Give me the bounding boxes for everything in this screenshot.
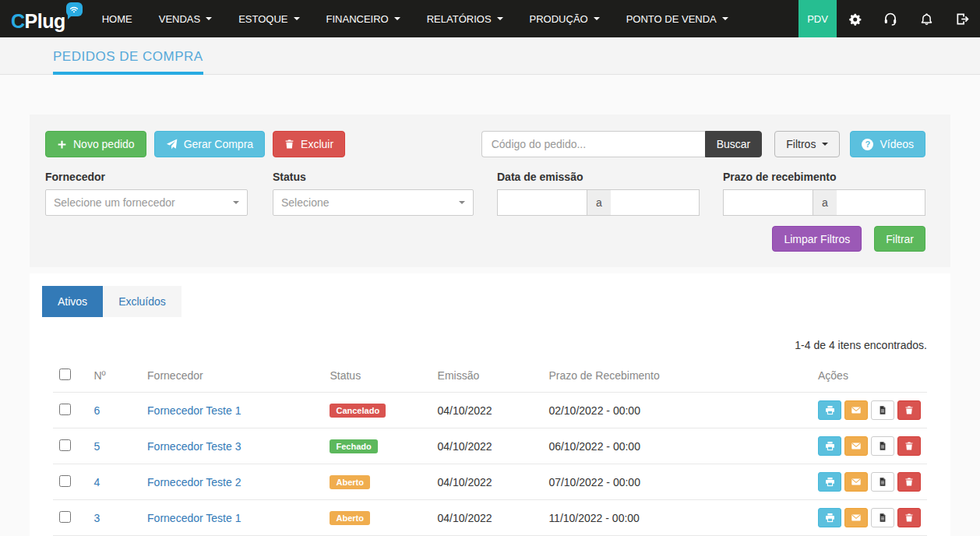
trash-icon[interactable] bbox=[897, 472, 921, 492]
page-title-strip: PEDIDOS DE COMPRA bbox=[0, 37, 980, 75]
printer-icon[interactable] bbox=[818, 472, 841, 492]
emission-date: 04/10/2022 bbox=[432, 500, 543, 536]
printer-icon[interactable] bbox=[818, 400, 841, 420]
sign-out-icon[interactable] bbox=[944, 0, 980, 37]
tab-ativos[interactable]: Ativos bbox=[42, 286, 103, 317]
status-badge: Cancelado bbox=[330, 404, 386, 418]
deadline-from-input[interactable] bbox=[723, 189, 813, 216]
menu-item-ponto-de-venda[interactable]: PONTO DE VENDA bbox=[613, 0, 742, 37]
bell-icon[interactable] bbox=[908, 0, 944, 37]
status-field: Status Selecione bbox=[273, 171, 474, 216]
menu-item-financeiro[interactable]: FINANCEIRO bbox=[313, 0, 414, 37]
order-number-link[interactable]: 4 bbox=[93, 476, 100, 488]
menu-item-relatorios[interactable]: RELATÓRIOS bbox=[414, 0, 516, 37]
filter-actions: Limpar Filtros Filtrar bbox=[45, 226, 925, 252]
deadline-date: 02/10/2022 - 00:00 bbox=[542, 393, 812, 428]
row-actions bbox=[818, 472, 921, 492]
file-icon[interactable] bbox=[871, 508, 894, 527]
header-actions: Ações bbox=[812, 361, 927, 393]
menu-item-producao[interactable]: PRODUÇÃO bbox=[516, 0, 613, 37]
range-separator: a bbox=[587, 189, 611, 216]
supplier-link[interactable]: Fornecedor Teste 1 bbox=[147, 512, 241, 524]
emission-date-to-input[interactable] bbox=[611, 189, 700, 216]
gear-icon[interactable] bbox=[837, 0, 872, 37]
receive-deadline-range: a bbox=[723, 189, 925, 216]
deadline-date: 07/10/2022 - 00:00 bbox=[542, 464, 812, 500]
supplier-link[interactable]: Fornecedor Teste 2 bbox=[147, 476, 241, 488]
emission-date: 04/10/2022 bbox=[432, 428, 543, 464]
supplier-select[interactable]: Selecione um fornecedor bbox=[45, 189, 248, 216]
menu-item-estoque[interactable]: ESTOQUE bbox=[225, 0, 312, 37]
supplier-link[interactable]: Fornecedor Teste 3 bbox=[147, 440, 241, 453]
search-button[interactable]: Buscar bbox=[705, 131, 763, 157]
emission-date-range: a bbox=[497, 189, 700, 216]
videos-button[interactable]: ? Vídeos bbox=[850, 131, 925, 157]
supplier-field: Fornecedor Selecione um fornecedor bbox=[45, 171, 248, 216]
pdv-button[interactable]: PDV bbox=[798, 0, 837, 37]
envelope-icon[interactable] bbox=[844, 400, 868, 420]
supplier-link[interactable]: Fornecedor Teste 1 bbox=[147, 404, 241, 417]
emission-date-label: Data de emissão bbox=[497, 171, 700, 183]
filter-fields-row: Fornecedor Selecione um fornecedor Statu… bbox=[45, 171, 925, 216]
generate-purchase-button[interactable]: Gerar Compra bbox=[154, 131, 265, 157]
envelope-icon[interactable] bbox=[844, 436, 868, 456]
table-row: 6 Fornecedor Teste 1 Cancelado 04/10/202… bbox=[53, 393, 927, 428]
status-badge: Aberto bbox=[330, 511, 369, 525]
clear-filters-button[interactable]: Limpar Filtros bbox=[772, 226, 862, 252]
envelope-icon[interactable] bbox=[844, 508, 868, 527]
order-number-link[interactable]: 6 bbox=[93, 404, 100, 417]
deadline-date: 06/10/2022 - 00:00 bbox=[542, 428, 812, 464]
file-icon[interactable] bbox=[871, 400, 894, 420]
printer-icon[interactable] bbox=[818, 508, 841, 527]
supplier-label: Fornecedor bbox=[45, 171, 248, 183]
table-row: 3 Fornecedor Teste 1 Aberto 04/10/2022 1… bbox=[53, 500, 927, 536]
deadline-to-input[interactable] bbox=[837, 189, 925, 216]
row-actions bbox=[818, 436, 921, 456]
header-number: Nº bbox=[87, 361, 141, 393]
header-status: Status bbox=[323, 361, 431, 393]
filters-dropdown-button[interactable]: Filtros bbox=[774, 131, 840, 157]
delete-orders-button[interactable]: Excluir bbox=[273, 131, 345, 157]
emission-date: 04/10/2022 bbox=[432, 464, 543, 500]
order-number-link[interactable]: 3 bbox=[93, 512, 100, 524]
question-circle-icon: ? bbox=[862, 139, 873, 150]
order-code-search-input[interactable] bbox=[481, 131, 705, 157]
envelope-icon[interactable] bbox=[844, 472, 868, 492]
status-select[interactable]: Selecione bbox=[273, 189, 474, 216]
menu-item-vendas[interactable]: VENDAS bbox=[146, 0, 225, 37]
row-checkbox[interactable] bbox=[59, 439, 71, 451]
row-checkbox[interactable] bbox=[59, 404, 71, 415]
top-navbar: CPlug HOME VENDAS ESTOQUE FINANCEIRO REL… bbox=[0, 0, 980, 37]
status-badge: Aberto bbox=[330, 475, 369, 489]
menu-item-home[interactable]: HOME bbox=[89, 0, 146, 37]
apply-filter-button[interactable]: Filtrar bbox=[874, 226, 925, 252]
emission-date: 04/10/2022 bbox=[432, 393, 543, 428]
table-row: 5 Fornecedor Teste 3 Fechado 04/10/2022 … bbox=[53, 428, 927, 464]
headset-icon[interactable] bbox=[872, 0, 908, 37]
file-icon[interactable] bbox=[871, 472, 894, 492]
row-checkbox[interactable] bbox=[59, 511, 71, 523]
receive-deadline-field: Prazo de recebimento a bbox=[723, 171, 925, 216]
trash-icon[interactable] bbox=[897, 400, 921, 420]
table-header-row: Nº Fornecedor Status Emissão Prazo de Re… bbox=[53, 361, 927, 393]
trash-icon[interactable] bbox=[897, 508, 921, 527]
trash-icon bbox=[284, 139, 294, 150]
chevron-down-icon bbox=[394, 17, 400, 20]
status-badge: Fechado bbox=[330, 439, 377, 453]
trash-icon[interactable] bbox=[897, 436, 921, 456]
row-checkbox[interactable] bbox=[59, 475, 71, 487]
header-emission: Emissão bbox=[432, 361, 543, 393]
deadline-date: 11/10/2022 - 00:00 bbox=[542, 500, 812, 536]
table-area: 1-4 de 4 itens encontrados. Nº Fornecedo… bbox=[42, 339, 938, 536]
app-logo[interactable]: CPlug bbox=[0, 0, 89, 37]
file-icon[interactable] bbox=[871, 436, 894, 456]
chevron-down-icon bbox=[722, 17, 728, 20]
emission-date-from-input[interactable] bbox=[497, 189, 587, 216]
search-zone: Buscar Filtros ? Vídeos bbox=[481, 131, 925, 157]
tab-excluidos[interactable]: Excluídos bbox=[103, 286, 182, 317]
printer-icon[interactable] bbox=[818, 436, 841, 456]
new-order-button[interactable]: Novo pedido bbox=[45, 131, 146, 157]
select-all-checkbox[interactable] bbox=[59, 368, 71, 380]
chevron-down-icon bbox=[497, 17, 503, 20]
order-number-link[interactable]: 5 bbox=[93, 440, 100, 453]
